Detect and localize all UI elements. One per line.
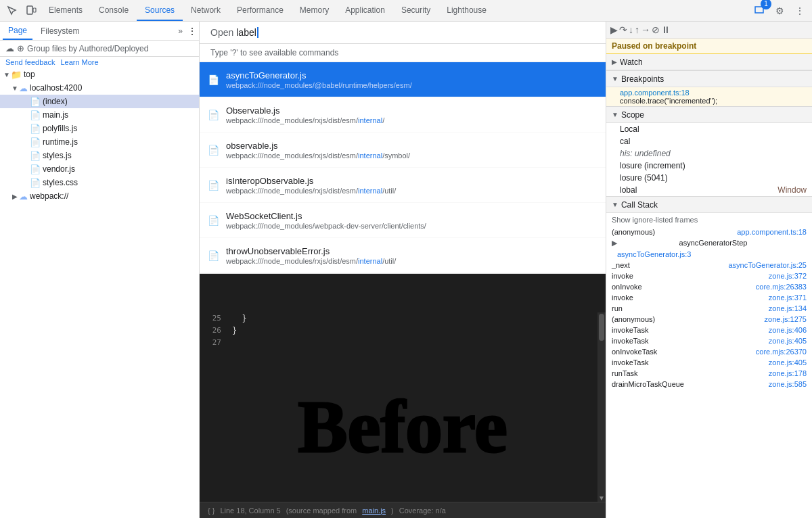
call-stack-invoketask3[interactable]: invokeTask zone.js:405 xyxy=(606,357,812,368)
call-stack-loc-runtask: zone.js:178 xyxy=(769,369,807,377)
step-into-icon[interactable]: ↓ xyxy=(629,24,633,35)
middle-panel: Open label Type '?' to see available com… xyxy=(200,22,606,518)
call-stack-name-asyncgen: asyncGeneratorStep xyxy=(679,239,748,248)
result-icon-5: 📄 xyxy=(208,250,219,261)
open-file-input-row: Open label xyxy=(200,22,606,44)
learn-more-link[interactable]: Learn More xyxy=(60,58,98,66)
step-over-icon[interactable]: ↷ xyxy=(619,24,627,35)
call-stack-next[interactable]: _next asyncToGenerator.js:25 xyxy=(606,260,812,270)
result-name-0: asyncToGenerator.js xyxy=(226,70,412,80)
open-query[interactable]: label xyxy=(236,27,256,38)
call-stack-name-invoketask2: invokeTask xyxy=(612,337,648,345)
feedback-icon[interactable]: 1 xyxy=(750,1,769,20)
line-25: 25 xyxy=(205,312,221,325)
call-stack-asyncgenloc[interactable]: asyncToGenerator.js:3 xyxy=(606,249,812,260)
scope-global: lobal Window xyxy=(606,184,812,196)
call-stack-name-anon2: (anonymous) xyxy=(612,315,655,323)
device-icon[interactable] xyxy=(22,1,41,20)
send-feedback-link[interactable]: Send feedback xyxy=(5,58,55,66)
sub-tab-more[interactable]: » xyxy=(178,26,183,36)
breakpoints-header[interactable]: ▼ Breakpoints xyxy=(606,71,812,87)
tree-item-styles-js[interactable]: 📄 styles.js xyxy=(0,149,199,162)
file-icon-index: 📄 xyxy=(30,97,41,107)
result-icon-2: 📄 xyxy=(208,145,219,156)
search-result-4[interactable]: 📄 WebSocketClient.js webpack:///node_mod… xyxy=(200,203,606,238)
breakpoint-item[interactable]: app.component.ts:18 console.trace("incre… xyxy=(606,87,812,106)
call-stack-drainmicro[interactable]: drainMicroTaskQueue zone.js:585 xyxy=(606,379,812,390)
panel-toolbar: ☁ ⊕ Group files by Authored/Deployed xyxy=(0,41,199,57)
tab-application[interactable]: Application xyxy=(337,0,393,21)
bottom-braces[interactable]: { } xyxy=(208,507,215,515)
deactivate-breakpoints-icon[interactable]: ⊘ xyxy=(652,24,660,35)
result-icon-1: 📄 xyxy=(208,110,219,120)
call-stack-invoke2[interactable]: invoke zone.js:371 xyxy=(606,292,812,303)
panel-options-icon[interactable]: ⋮ xyxy=(188,26,196,36)
more-icon[interactable]: ⋮ xyxy=(790,1,809,20)
tree-item-styles-css[interactable]: 📄 styles.css xyxy=(0,176,199,189)
call-stack-loc-invoke2: zone.js:371 xyxy=(769,293,807,302)
call-stack-name-invoke1: invoke xyxy=(612,272,633,280)
result-path-prefix-3: webpack:///node_modules/rxjs/dist/esm/ xyxy=(226,187,358,195)
call-stack-loc-invoketask2: zone.js:405 xyxy=(769,337,807,345)
search-result-1[interactable]: 📄 Observable.js webpack:///node_modules/… xyxy=(200,97,606,133)
result-name-3: isInteropObservable.js xyxy=(226,176,396,186)
tree-item-index[interactable]: 📄 (index) xyxy=(0,95,199,108)
tree-item-localhost[interactable]: ▼ ☁ localhost:4200 xyxy=(0,81,199,95)
resume-icon[interactable]: ▶ xyxy=(610,24,618,35)
call-stack-run[interactable]: run zone.js:134 xyxy=(606,303,812,314)
scrollbar-thumb[interactable] xyxy=(599,314,604,341)
result-path-prefix-2: webpack:///node_modules/rxjs/dist/esm/ xyxy=(226,151,358,160)
watch-header[interactable]: ▶ Watch xyxy=(606,54,812,70)
tree-item-webpack[interactable]: ▶ ☁ webpack:// xyxy=(0,189,199,203)
tab-security[interactable]: Security xyxy=(393,0,438,21)
tab-console[interactable]: Console xyxy=(91,0,137,21)
pause-on-exceptions-icon[interactable]: ⏸ xyxy=(661,24,671,35)
tab-network[interactable]: Network xyxy=(183,0,229,21)
folder-icon-top: 📁 xyxy=(11,70,22,80)
tab-page[interactable]: Page xyxy=(3,22,32,40)
result-path-prefix-5: webpack:///node_modules/rxjs/dist/esm/ xyxy=(226,257,358,265)
bottom-sourcefile[interactable]: main.js xyxy=(362,507,386,515)
tree-item-vendor[interactable]: 📄 vendor.js xyxy=(0,162,199,176)
tree-item-top[interactable]: ▼ 📁 top xyxy=(0,68,199,81)
tab-sources[interactable]: Sources xyxy=(137,0,183,21)
call-stack-anonymous[interactable]: (anonymous) app.component.ts:18 xyxy=(606,227,812,237)
tree-item-polyfills[interactable]: 📄 polyfills.js xyxy=(0,122,199,135)
call-stack-invoke1[interactable]: invoke zone.js:372 xyxy=(606,270,812,281)
step-icon[interactable]: → xyxy=(641,24,650,35)
call-stack-header[interactable]: ▼ Call Stack xyxy=(606,197,812,213)
call-stack-asyncgen[interactable]: ▶ asyncGeneratorStep xyxy=(606,237,812,249)
scroll-end: ▼ xyxy=(597,494,606,502)
call-stack-anon2[interactable]: (anonymous) zone.js:1275 xyxy=(606,314,812,325)
call-stack-name-run: run xyxy=(612,304,623,312)
tab-memory[interactable]: Memory xyxy=(292,0,337,21)
call-stack-loc-asyncgen2: asyncToGenerator.js:3 xyxy=(617,250,691,258)
result-content-1: Observable.js webpack:///node_modules/rx… xyxy=(226,105,384,124)
tree-label-index: (index) xyxy=(43,97,68,106)
inspect-icon[interactable] xyxy=(3,1,22,20)
tab-performance[interactable]: Performance xyxy=(229,0,292,21)
call-stack-oninvoke[interactable]: onInvoke core.mjs:26383 xyxy=(606,281,812,292)
scope-header[interactable]: ▼ Scope xyxy=(606,107,812,123)
tab-filesystem[interactable]: Filesystem xyxy=(35,22,85,40)
tree-item-main[interactable]: 📄 main.js xyxy=(0,108,199,122)
tree-arrow-localhost: ▼ xyxy=(11,85,19,92)
settings-icon[interactable]: ⚙ xyxy=(770,1,789,20)
tab-lighthouse[interactable]: Lighthouse xyxy=(438,0,495,21)
call-stack-oninvoketask[interactable]: onInvokeTask core.mjs:26370 xyxy=(606,346,812,357)
cloud-icon-webpack: ☁ xyxy=(19,191,28,202)
search-result-5[interactable]: 📄 throwUnobservableError.js webpack:///n… xyxy=(200,238,606,273)
step-out-icon[interactable]: ↑ xyxy=(635,24,639,35)
search-result-2[interactable]: 📄 observable.js webpack:///node_modules/… xyxy=(200,133,606,168)
call-stack-runtask[interactable]: runTask zone.js:178 xyxy=(606,368,812,379)
open-label: Open xyxy=(210,27,233,38)
call-stack-invoketask1[interactable]: invokeTask zone.js:406 xyxy=(606,325,812,335)
tab-elements[interactable]: Elements xyxy=(41,0,91,21)
tree-label-webpack: webpack:// xyxy=(30,191,68,201)
call-stack-invoketask2[interactable]: invokeTask zone.js:405 xyxy=(606,335,812,346)
search-result-3[interactable]: 📄 isInteropObservable.js webpack:///node… xyxy=(200,168,606,203)
tree-item-runtime[interactable]: 📄 runtime.js xyxy=(0,135,199,149)
tree-label-vendor: vendor.js xyxy=(43,164,75,174)
show-ignored[interactable]: Show ignore-listed frames xyxy=(606,213,812,227)
search-result-0[interactable]: 📄 asyncToGenerator.js webpack:///node_mo… xyxy=(200,62,606,97)
